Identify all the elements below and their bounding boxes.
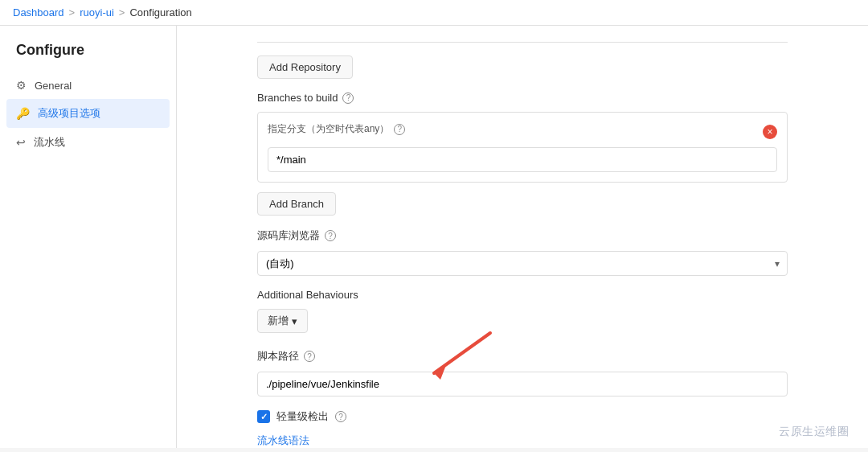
lightweight-checkout-checkbox[interactable] xyxy=(257,410,270,423)
sidebar-item-general[interactable]: ⚙ General xyxy=(0,72,176,99)
sidebar: Configure ⚙ General 🔑 高级项目选项 ↩ 流水线 xyxy=(0,26,177,448)
branch-specifier-help-icon[interactable]: ? xyxy=(394,124,405,135)
sidebar-item-advanced[interactable]: 🔑 高级项目选项 xyxy=(6,99,170,128)
script-path-input[interactable] xyxy=(257,372,788,397)
lightweight-checkout-row: 轻量级检出 ? xyxy=(257,409,788,424)
branch-specifier-label: 指定分支（为空时代表any） xyxy=(268,122,389,136)
add-repository-button[interactable]: Add Repository xyxy=(257,55,353,79)
add-branch-button[interactable]: Add Branch xyxy=(257,192,336,216)
source-browser-help-icon[interactable]: ? xyxy=(325,230,336,241)
remove-branch-button[interactable]: × xyxy=(763,125,777,139)
script-path-section: 脚本路径 ? xyxy=(257,349,788,397)
source-browser-select[interactable]: (自动) xyxy=(257,251,788,276)
dropdown-arrow-icon: ▾ xyxy=(292,315,297,327)
script-path-label: 脚本路径 xyxy=(257,349,299,364)
pipeline-icon: ↩ xyxy=(16,136,26,149)
branches-help-icon[interactable]: ? xyxy=(342,92,354,104)
lightweight-checkout-label: 轻量级检出 xyxy=(276,409,329,424)
gear-icon: ⚙ xyxy=(16,79,27,92)
new-behaviour-label: 新增 xyxy=(268,314,289,328)
sidebar-title: Configure xyxy=(0,42,176,72)
breadcrumb-sep1: > xyxy=(69,6,76,18)
new-behaviour-button[interactable]: 新增 ▾ xyxy=(257,309,308,333)
breadcrumb-project[interactable]: ruoyi-ui xyxy=(80,6,114,18)
source-browser-label: 源码库浏览器 xyxy=(257,228,320,243)
additional-behaviours-section: Additional Behaviours 新增 ▾ xyxy=(257,289,788,333)
key-icon: 🔑 xyxy=(16,107,30,120)
source-browser-section: 源码库浏览器 ? (自动) ▾ xyxy=(257,228,788,276)
lightweight-checkout-help-icon[interactable]: ? xyxy=(335,411,346,422)
branches-label: Branches to build xyxy=(257,92,338,104)
breadcrumb-current: Configuration xyxy=(129,6,191,18)
branch-specifier-input[interactable] xyxy=(268,147,777,172)
additional-behaviours-label: Additional Behaviours xyxy=(257,289,358,301)
breadcrumb-sep2: > xyxy=(119,6,125,18)
breadcrumb-dashboard[interactable]: Dashboard xyxy=(13,6,64,18)
svg-line-0 xyxy=(434,333,490,373)
branch-box: 指定分支（为空时代表any） ? × xyxy=(257,112,788,183)
sidebar-item-pipeline[interactable]: ↩ 流水线 xyxy=(0,128,176,157)
pipeline-syntax-link[interactable]: 流水线语法 xyxy=(257,434,309,446)
content-area: Add Repository Branches to build ? 指定分支（… xyxy=(177,26,868,448)
sidebar-item-general-label: General xyxy=(35,80,72,92)
script-path-help-icon[interactable]: ? xyxy=(304,351,315,362)
sidebar-item-pipeline-label: 流水线 xyxy=(34,135,65,150)
top-bar: Dashboard > ruoyi-ui > Configuration xyxy=(0,0,868,26)
sidebar-item-advanced-label: 高级项目选项 xyxy=(38,106,100,121)
branches-to-build-section: Branches to build ? 指定分支（为空时代表any） ? × A… xyxy=(257,92,788,216)
